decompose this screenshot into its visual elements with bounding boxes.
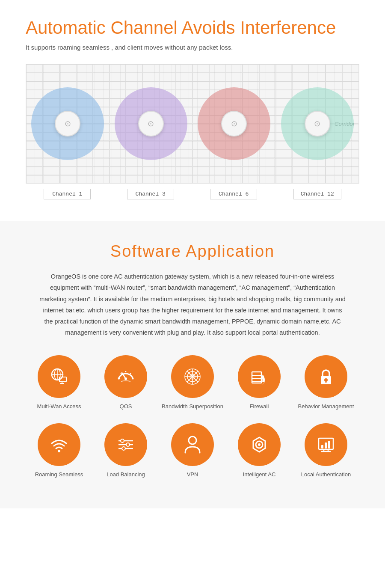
load-balancing-icon-circle: [104, 423, 147, 466]
speedometer-icon: [114, 365, 137, 388]
grid-cell: [209, 175, 226, 184]
feature-local-auth: Local Authentication: [293, 423, 359, 478]
grid-cell: [76, 166, 93, 175]
grid-cell: [326, 64, 342, 73]
ap-device-2: ⊙: [138, 111, 164, 137]
ap-circle-outer-3: ⊙: [198, 87, 270, 160]
grid-cell: [276, 166, 293, 175]
grid-cell: [226, 73, 243, 81]
channel-subtitle: It supports roaming seamless , and clien…: [26, 44, 359, 51]
grid-cell: [159, 166, 176, 175]
grid-cell: [93, 73, 110, 81]
lock-icon: [314, 365, 338, 388]
svg-point-26: [324, 378, 328, 382]
multi-wan-label: Multi-Wan Access: [37, 403, 81, 410]
vpn-icon-circle: [171, 423, 214, 466]
grid-cell: [142, 73, 159, 81]
ap-circle-outer-4: ⊙: [281, 87, 354, 160]
svg-point-8: [124, 377, 127, 380]
grid-cell: [26, 64, 43, 73]
grid-cell: [59, 175, 76, 184]
grid-cell: [326, 175, 342, 184]
grid-cell: [26, 175, 43, 184]
grid-cell: [226, 175, 243, 184]
feature-behavior: Behavior Management: [293, 355, 359, 410]
grid-cell: [292, 64, 309, 73]
grid-cell: [93, 64, 110, 73]
grid-cell: [43, 166, 59, 175]
grid-cell: [342, 175, 359, 184]
grid-cell: [243, 73, 259, 81]
grid-cell: [292, 73, 309, 81]
svg-line-12: [121, 373, 122, 374]
feature-roaming: Roaming Seamless: [26, 423, 92, 478]
local-auth-icon-circle: [305, 423, 347, 466]
channel-label-3: Channel 6: [210, 189, 257, 199]
grid-cell: [209, 73, 226, 81]
grid-cell: [110, 73, 126, 81]
behavior-icon-circle: [305, 355, 347, 398]
grid-cell: [259, 166, 276, 175]
channel-diagram: ⊙ ⊙ ⊙ ⊙ Corridor: [26, 64, 359, 184]
grid-cell: [226, 166, 243, 175]
svg-point-33: [126, 443, 130, 446]
grid-cell: [192, 64, 209, 73]
grid-cell: [159, 64, 176, 73]
software-title: Software Application: [26, 242, 359, 261]
grid-cell: [126, 166, 142, 175]
grid-cell: [159, 175, 176, 184]
grid-cell: [326, 73, 342, 81]
ap-unit-2: ⊙: [110, 87, 192, 160]
features-row-2: Roaming Seamless Load Balancing: [26, 423, 359, 487]
ap-device-3: ⊙: [221, 111, 247, 137]
roaming-label: Roaming Seamless: [35, 471, 83, 478]
grid-cell: [309, 175, 326, 184]
channel-label-2: Channel 3: [127, 189, 174, 199]
svg-point-32: [121, 439, 124, 442]
ap-unit-4: ⊙: [277, 87, 358, 160]
svg-point-35: [189, 437, 196, 444]
feature-multi-wan: Multi-Wan Access: [26, 355, 92, 410]
grid-cell: [142, 175, 159, 184]
grid-cell: [93, 166, 110, 175]
feature-firewall: Firewall: [226, 355, 293, 410]
svg-point-34: [122, 447, 125, 450]
ap-circle-outer-2: ⊙: [115, 87, 187, 160]
ap-unit-3: ⊙: [193, 87, 275, 160]
grid-cell: [259, 175, 276, 184]
feature-bandwidth: Bandwidth Superposition: [159, 355, 226, 410]
grid-cell: [243, 166, 259, 175]
grid-cell: [126, 64, 142, 73]
vpn-label: VPN: [187, 471, 198, 478]
grid-cell: [176, 166, 192, 175]
grid-cell: [176, 175, 192, 184]
fire-icon: [248, 365, 271, 388]
grid-cell: [276, 175, 293, 184]
channel-label-4: Channel 12: [293, 189, 341, 199]
grid-cell: [110, 175, 126, 184]
grid-cell: [326, 166, 342, 175]
svg-point-37: [258, 443, 261, 446]
grid-cell: [276, 73, 293, 81]
intelligent-ac-label: Intelligent AC: [243, 471, 276, 478]
channel-section: Automatic Channel Avoids Interference It…: [0, 0, 385, 221]
svg-line-13: [130, 373, 131, 374]
firewall-label: Firewall: [250, 403, 269, 410]
grid-cell: [76, 64, 93, 73]
grid-cell: [243, 175, 259, 184]
intelligent-ac-icon-circle: [238, 423, 281, 466]
grid-cell: [126, 175, 142, 184]
grid-cell: [26, 166, 43, 175]
grid-cell: [176, 73, 192, 81]
feature-qos: QOS: [92, 355, 159, 410]
feature-intelligent-ac: Intelligent AC: [226, 423, 293, 478]
local-auth-label: Local Authentication: [301, 471, 351, 478]
load-balancing-label: Load Balancing: [107, 471, 145, 478]
qos-icon-circle: [104, 355, 147, 398]
channel-title: Automatic Channel Avoids Interference: [26, 17, 359, 39]
grid-cell: [342, 64, 359, 73]
bandwidth-label: Bandwidth Superposition: [162, 403, 223, 410]
grid-cell: [309, 64, 326, 73]
grid-cell: [59, 73, 76, 81]
svg-rect-42: [321, 445, 323, 448]
